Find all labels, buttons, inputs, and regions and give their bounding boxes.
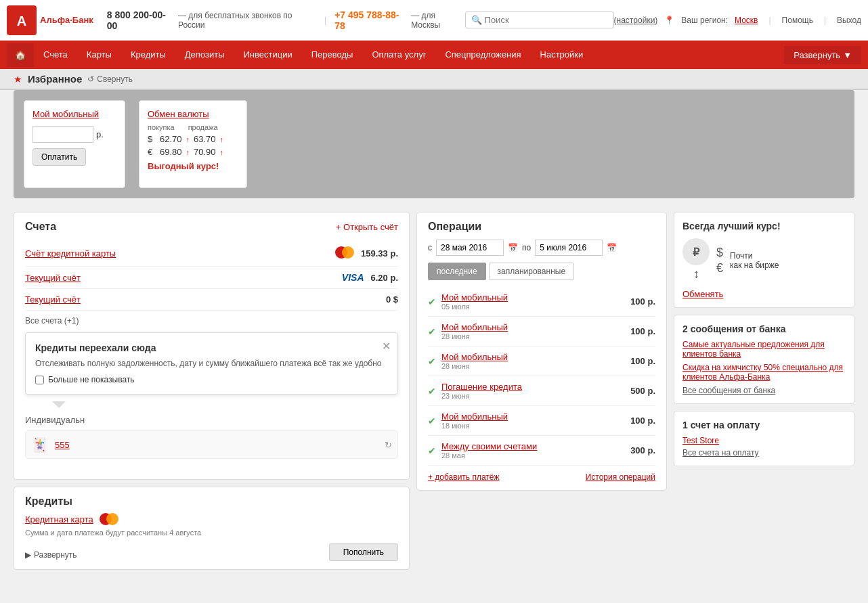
mobile-amount-input[interactable] (32, 126, 93, 143)
favorites-widget-area: Мой мобильный р. Оплатить Обмен валюты п… (14, 90, 854, 198)
header-right: (настройки) 📍 Ваш регион: Москв | Помощь… (614, 16, 861, 25)
tooltip-close-button[interactable]: ✕ (382, 340, 391, 353)
messages-title: 2 сообщения от банка (682, 323, 846, 334)
op-name-1[interactable]: Мой мобильный (441, 322, 630, 332)
op-date-5: 28 мая (441, 451, 630, 460)
tab-planned[interactable]: запланированные (489, 263, 575, 280)
exchange-sell-header: продажа (188, 123, 218, 131)
message-link-1[interactable]: Скидка на химчистку 50% специально для к… (682, 363, 846, 382)
tab-recent[interactable]: последние (428, 263, 486, 280)
nav-settings[interactable]: Настройки (531, 41, 593, 69)
open-account-link[interactable]: + Открыть счёт (336, 222, 398, 232)
nav-specials[interactable]: Спецпредложения (435, 41, 530, 69)
search-box[interactable]: 🔍 (465, 12, 614, 28)
op-row-1: ✔ Мой мобильный 28 июня 100 р. (428, 317, 655, 347)
tooltip-dont-show-checkbox[interactable]: Больше не показывать (35, 375, 388, 384)
messages-box: 2 сообщения от банка Самые актуальные пр… (674, 315, 854, 404)
logout-link[interactable]: Выход (837, 16, 861, 25)
nav-credits[interactable]: Кредиты (121, 41, 175, 69)
account-mc-logo (335, 246, 354, 261)
expand-label: Развернуть (794, 50, 840, 60)
settings-link[interactable]: (настройки) (614, 16, 658, 25)
op-amount-0: 100 р. (630, 296, 655, 307)
all-messages-link[interactable]: Все сообщения от банка (682, 386, 846, 395)
add-payment-link[interactable]: + добавить платёж (428, 472, 500, 482)
exchange-link[interactable]: Обменять (682, 289, 846, 299)
account-credit-name[interactable]: Счёт кредитной карты (25, 248, 328, 259)
op-name-4[interactable]: Мой мобильный (441, 411, 630, 422)
to-label: по (522, 243, 531, 252)
all-accounts-link[interactable]: Все счета (+1) (25, 316, 398, 326)
mobile-pay-button[interactable]: Оплатить (32, 148, 86, 166)
nav-services[interactable]: Оплата услуг (362, 41, 435, 69)
operations-section: Операции с 📅 по 📅 последние запланирован… (416, 212, 667, 491)
phone-free-label: — для бесплатных звонков по России (178, 11, 316, 30)
credits-title: Кредиты (25, 495, 398, 508)
account-row-current2: Текущий счёт 0 $ (25, 289, 398, 311)
region-icon: 📍 (664, 16, 674, 25)
card-number[interactable]: 555 (55, 440, 70, 450)
from-date-input[interactable] (436, 240, 504, 256)
dont-show-input[interactable] (35, 376, 44, 384)
header: А Альфа·Банк 8 800 200-00-00 — для беспл… (0, 0, 868, 41)
op-name-2[interactable]: Мой мобильный (441, 352, 630, 362)
history-link[interactable]: История операций (586, 472, 655, 482)
nav-expand-button[interactable]: Развернуть ▼ (784, 46, 861, 64)
op-name-0[interactable]: Мой мобильный (441, 292, 630, 303)
nav-accounts[interactable]: Счета (34, 41, 77, 69)
nav-transfers[interactable]: Переводы (302, 41, 363, 69)
home-icon: 🏠 (15, 50, 26, 60)
credit-card-name[interactable]: Кредитная карта (25, 514, 93, 524)
from-calendar-icon[interactable]: 📅 (508, 243, 518, 252)
message-link-0[interactable]: Самые актуальные предложения для клиенто… (682, 340, 846, 359)
svg-text:А: А (17, 14, 26, 28)
account-current2-name[interactable]: Текущий счёт (25, 294, 386, 305)
credit-card-note: Сумма и дата платежа будут рассчитаны 4 … (25, 529, 398, 537)
op-date-4: 18 июня (441, 422, 630, 430)
exchange-widget-title[interactable]: Обмен валюты (148, 109, 238, 119)
op-amount-1: 100 р. (630, 326, 655, 336)
all-bills-link[interactable]: Все счета на оплату (682, 448, 846, 457)
nav-cards[interactable]: Карты (77, 41, 121, 69)
usd-buy-value: 62.70 (160, 134, 182, 144)
nav-investments[interactable]: Инвестиции (234, 41, 302, 69)
account-current2-amount: 0 $ (386, 294, 398, 305)
to-date-input[interactable] (535, 240, 603, 256)
individual-card-item: 🃏 555 ↻ (25, 430, 398, 459)
op-row-4: ✔ Мой мобильный 18 июня 100 р. (428, 406, 655, 436)
credits-expand-button[interactable]: ▶ Развернуть (25, 550, 77, 560)
accounts-header: Счета + Открыть счёт (25, 221, 398, 233)
exchange-promo-visual: ₽ ↕ $ € Почти как на бирже (682, 238, 846, 282)
promo-line2: как на бирже (730, 261, 779, 270)
op-amount-5: 300 р. (630, 445, 655, 455)
tooltip-text: Отслеживать полную задолженность, дату и… (35, 359, 388, 368)
to-calendar-icon[interactable]: 📅 (607, 243, 617, 252)
search-input[interactable] (485, 15, 608, 25)
account-current1-name[interactable]: Текущий счёт (25, 273, 335, 283)
credit-pay-button[interactable]: Пополнить (329, 543, 398, 561)
op-date-0: 05 июля (441, 303, 630, 311)
mobile-widget-title[interactable]: Мой мобильный (32, 109, 116, 119)
individual-section: Индивидуальн 🃏 555 ↻ (25, 408, 398, 471)
card-icon: 🃏 (31, 437, 48, 453)
op-name-3[interactable]: Погашение кредита (441, 382, 630, 392)
bill-link-0[interactable]: Test Store (682, 436, 846, 445)
region-value[interactable]: Москв (735, 16, 758, 25)
logo-area: А Альфа·Банк (7, 5, 93, 35)
op-name-5[interactable]: Между своими счетами (441, 441, 630, 451)
nav-deposits[interactable]: Депозиты (175, 41, 234, 69)
help-link[interactable]: Помощь (782, 16, 813, 25)
account-current1-amount: 6.20 р. (371, 273, 398, 283)
tooltip-arrow (52, 401, 66, 408)
tooltip-title: Кредиты переехали сюда (35, 342, 388, 353)
favorites-collapse-button[interactable]: ↺ Свернуть (87, 74, 133, 84)
expand-chevron-icon: ▶ (25, 550, 31, 560)
collapse-icon: ↺ (87, 74, 94, 84)
favorites-exchange-widget: Обмен валюты покупка продажа $ 62.70 ↑ 6… (139, 100, 247, 188)
favorites-star-icon: ★ (14, 74, 22, 85)
home-nav-button[interactable]: 🏠 (7, 43, 34, 67)
rub-icon: ₽ (682, 238, 710, 265)
exchange-best-rate[interactable]: Выгодный курс! (148, 161, 238, 171)
credits-expand-label: Развернуть (34, 550, 77, 560)
credit-item-card: Кредитная карта Сумма и дата платежа буд… (25, 513, 398, 537)
